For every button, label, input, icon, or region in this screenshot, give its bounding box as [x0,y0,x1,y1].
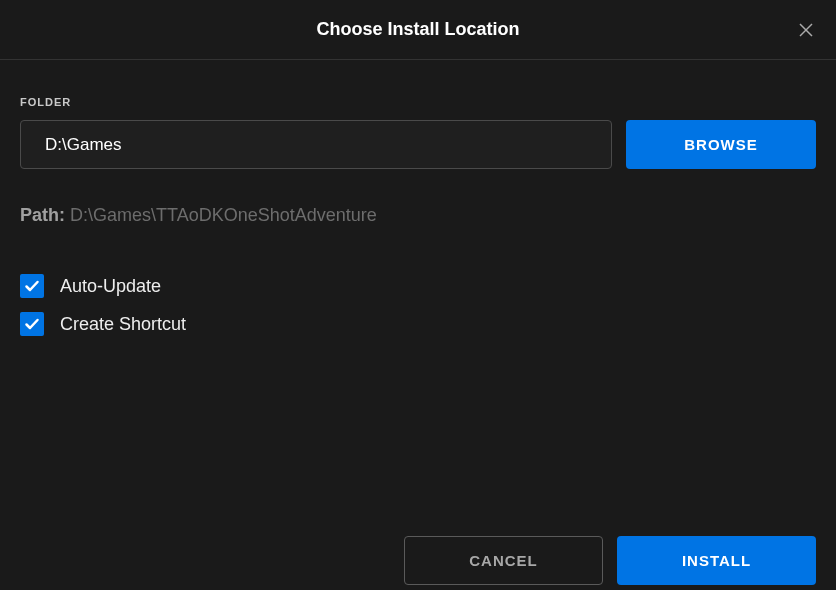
folder-label: FOLDER [20,96,816,108]
folder-input[interactable] [20,120,612,169]
dialog-content: FOLDER BROWSE Path: D:\Games\TTAoDKOneSh… [0,60,836,336]
folder-row: BROWSE [20,120,816,169]
path-label: Path: [20,205,65,225]
cancel-button[interactable]: CANCEL [404,536,603,585]
auto-update-row: Auto-Update [20,274,816,298]
path-value: D:\Games\TTAoDKOneShotAdventure [70,205,377,225]
dialog-header: Choose Install Location [0,0,836,60]
options-group: Auto-Update Create Shortcut [20,274,816,336]
close-button[interactable] [794,18,818,42]
close-icon [798,22,814,38]
auto-update-checkbox[interactable] [20,274,44,298]
auto-update-label: Auto-Update [60,276,161,297]
browse-button[interactable]: BROWSE [626,120,816,169]
create-shortcut-checkbox[interactable] [20,312,44,336]
check-icon [24,278,40,294]
dialog-title: Choose Install Location [316,19,519,40]
dialog-footer: CANCEL INSTALL [404,536,816,585]
path-row: Path: D:\Games\TTAoDKOneShotAdventure [20,205,816,226]
install-button[interactable]: INSTALL [617,536,816,585]
create-shortcut-label: Create Shortcut [60,314,186,335]
create-shortcut-row: Create Shortcut [20,312,816,336]
check-icon [24,316,40,332]
